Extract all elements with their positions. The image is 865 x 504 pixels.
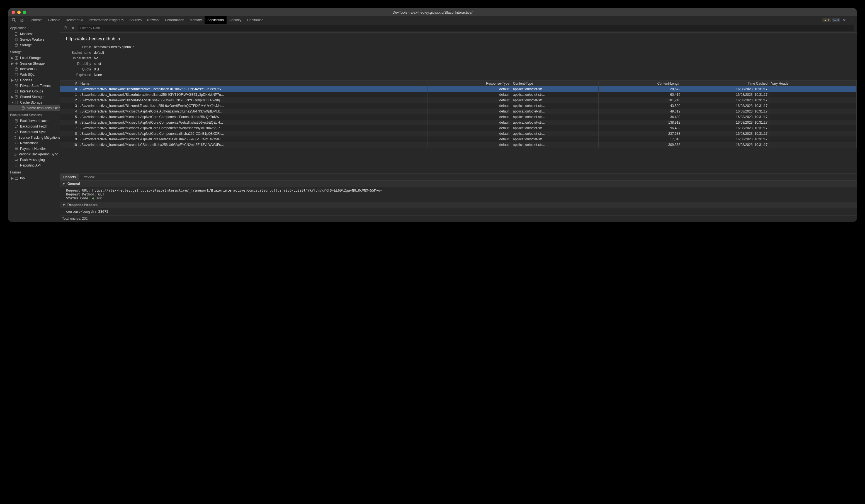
clear-button[interactable] [70, 25, 76, 31]
refresh-button[interactable] [62, 25, 68, 31]
table-cell: 96,432 [598, 125, 682, 131]
table-row[interactable]: 10/BlazorInteractive/_framework/Microsof… [60, 142, 857, 148]
sidebar-item-local-storage[interactable]: ▶Local Storage [8, 55, 60, 61]
section-frames: Frames [8, 168, 60, 175]
request-method-value: GET [99, 192, 104, 196]
sync-icon [13, 136, 17, 140]
warnings-count: 1 [828, 19, 829, 22]
table-cell: application/octet-str… [511, 131, 598, 137]
table-cell [770, 114, 857, 120]
tab-lighthouse[interactable]: Lighthouse [244, 16, 266, 24]
status-code-value: 200 [96, 196, 102, 200]
sidebar-item-periodic-background-sync[interactable]: Periodic Background Sync [8, 152, 60, 157]
table-cell: 34,480 [598, 114, 682, 120]
column-header[interactable]: Time Cached [682, 81, 770, 86]
sidebar-item-cache-storage[interactable]: ▼Cache Storage [8, 100, 60, 105]
general-header[interactable]: ▼ General [60, 181, 857, 187]
settings-icon[interactable]: ⚙ [841, 18, 847, 22]
table-cell: /BlazorInteractive/_framework/Microsoft.… [79, 109, 427, 114]
table-row[interactable]: 2/BlazorInteractive/_framework/BlazorMon… [60, 97, 857, 103]
tab-performance-insights[interactable]: Performance insights⚗ [86, 16, 127, 24]
sidebar-item-label: Bounce Tracking Mitigations [19, 136, 60, 140]
tab-console[interactable]: Console [45, 16, 63, 24]
sidebar-item-top[interactable]: ▶top [8, 175, 60, 181]
sidebar-item-label: Push Messaging [20, 158, 45, 162]
sidebar-item-shared-storage[interactable]: ▶Shared Storage [8, 94, 60, 100]
table-cell: /BlazorInteractive/_framework/BlazorInte… [79, 92, 427, 97]
table-cell: application/octet-str… [511, 142, 598, 148]
sidebar-item-label: Manifest [20, 32, 33, 36]
inspect-icon[interactable] [10, 16, 18, 24]
sidebar-item-back-forward-cache[interactable]: Back/forward cache [8, 118, 60, 124]
origin-field-value: strict [94, 62, 101, 66]
tab-sources[interactable]: Sources [127, 16, 145, 24]
table-cell: /BlazorInteractive/_framework/Blazored.T… [79, 103, 427, 109]
device-toggle-icon[interactable] [18, 16, 26, 24]
warning-icon: ▲ [824, 19, 827, 22]
tab-recorder[interactable]: Recorder⚗ [63, 16, 86, 24]
sidebar-item-label: Session Storage [20, 61, 45, 66]
table-cell: application/octet-str… [511, 92, 598, 97]
column-header[interactable]: Name [79, 81, 427, 86]
status-code-label: Status Code: [66, 196, 90, 200]
table-row[interactable]: 4/BlazorInteractive/_framework/Microsoft… [60, 109, 857, 114]
tab-security[interactable]: Security [227, 16, 244, 24]
table-row[interactable]: 8/BlazorInteractive/_framework/Microsoft… [60, 131, 857, 137]
sidebar-item-manifest[interactable]: Manifest [8, 31, 60, 37]
tab-application[interactable]: Application [205, 16, 227, 24]
column-header[interactable]: Content-Type [511, 81, 598, 86]
sidebar-item-bounce-tracking-mitigations[interactable]: Bounce Tracking Mitigations [8, 135, 60, 140]
sidebar-item-service-workers[interactable]: Service Workers [8, 37, 60, 42]
filter-row [60, 24, 857, 33]
column-header[interactable]: Vary Header [770, 81, 857, 86]
sidebar-item-blazor-resources-blazori[interactable]: blazor-resources-/BlazorI [8, 105, 60, 111]
table-row[interactable]: 3/BlazorInteractive/_framework/Blazored.… [60, 103, 857, 109]
sidebar-item-cookies[interactable]: ▶Cookies [8, 78, 60, 83]
response-headers-header[interactable]: ▼ Response Headers [60, 202, 857, 208]
warnings-badge[interactable]: ▲ 1 [822, 18, 831, 22]
doc-icon [14, 163, 19, 167]
sidebar-item-private-state-tokens[interactable]: Private State Tokens [8, 83, 60, 89]
sidebar-item-web-sql[interactable]: Web SQL [8, 72, 60, 78]
table-cell: 16/08/2023, 10:31:17 [682, 125, 770, 131]
sidebar-item-label: Private State Tokens [20, 84, 51, 88]
info-badge[interactable]: 🗨 3 [832, 18, 840, 22]
table-row[interactable]: 9/BlazorInteractive/_framework/Microsoft… [60, 137, 857, 142]
column-header[interactable]: # [60, 81, 79, 86]
table-row[interactable]: 1/BlazorInteractive/_framework/BlazorInt… [60, 92, 857, 97]
subtab-preview[interactable]: Preview [79, 174, 98, 180]
more-menu-icon[interactable]: ⋮ [849, 18, 855, 22]
sidebar-item-storage[interactable]: Storage [8, 42, 60, 48]
table-cell: /BlazorInteractive/_framework/Microsoft.… [79, 125, 427, 131]
svg-point-5 [15, 44, 18, 45]
subtab-headers[interactable]: Headers [60, 174, 79, 180]
sidebar-item-interest-groups[interactable]: Interest Groups [8, 89, 60, 94]
sidebar-item-background-sync[interactable]: Background Sync [8, 129, 60, 135]
table-cell: 4 [60, 109, 79, 114]
sidebar-item-notifications[interactable]: Notifications [8, 140, 60, 146]
cache-table-wrap[interactable]: #NameResponse-TypeContent-TypeContent-Le… [60, 81, 857, 174]
column-header[interactable]: Content-Length [598, 81, 682, 86]
tab-performance[interactable]: Performance [162, 16, 187, 24]
sidebar-item-payment-handler[interactable]: Payment Handler [8, 146, 60, 152]
sidebar-item-push-messaging[interactable]: Push Messaging [8, 157, 60, 163]
table-cell: 9 [60, 137, 79, 142]
table-row[interactable]: 0/BlazorInteractive/_framework/BlazorInt… [60, 86, 857, 92]
table-row[interactable]: 7/BlazorInteractive/_framework/Microsoft… [60, 125, 857, 131]
table-row[interactable]: 6/BlazorInteractive/_framework/Microsoft… [60, 120, 857, 125]
tab-elements[interactable]: Elements [26, 16, 45, 24]
filter-input[interactable] [78, 25, 854, 31]
disclosure-triangle-icon: ▶ [11, 176, 13, 180]
sidebar-item-indexeddb[interactable]: IndexedDB [8, 66, 60, 72]
table-row[interactable]: 5/BlazorInteractive/_framework/Microsoft… [60, 114, 857, 120]
column-header[interactable]: Response-Type [427, 81, 511, 86]
sidebar-item-label: Storage [20, 43, 32, 47]
sidebar-item-reporting-api[interactable]: Reporting API [8, 163, 60, 168]
table-cell: default [427, 131, 511, 137]
sidebar-item-session-storage[interactable]: ▶Session Storage [8, 61, 60, 66]
sidebar-item-background-fetch[interactable]: Background Fetch [8, 124, 60, 129]
tab-network[interactable]: Network [145, 16, 162, 24]
tab-memory[interactable]: Memory [187, 16, 205, 24]
db-icon [14, 101, 19, 104]
sidebar-item-label: top [20, 176, 25, 180]
